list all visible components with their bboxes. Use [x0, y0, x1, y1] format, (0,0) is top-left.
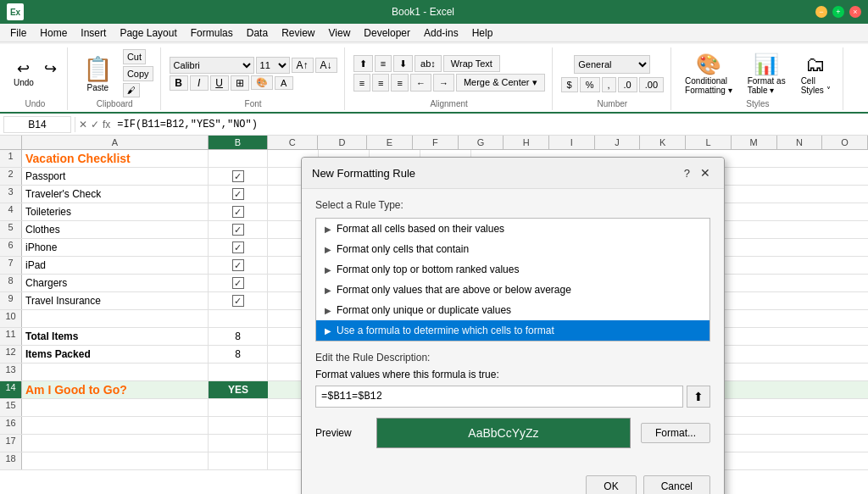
- formula-input[interactable]: [114, 117, 865, 132]
- cell-A13[interactable]: [22, 364, 209, 380]
- underline-button[interactable]: U: [210, 75, 229, 91]
- maximize-button[interactable]: +: [832, 6, 844, 18]
- indent-increase-button[interactable]: →: [433, 74, 454, 92]
- cell-styles-button[interactable]: 🗂 CellStyles ˅: [796, 51, 836, 97]
- row-header-12[interactable]: 12: [0, 346, 22, 363]
- rule-item-5[interactable]: ▶ Use a formula to determine which cells…: [316, 320, 709, 341]
- col-header-L[interactable]: L: [686, 136, 732, 149]
- redo-button[interactable]: ↪: [41, 58, 60, 89]
- menu-insert[interactable]: Insert: [74, 25, 113, 41]
- format-button[interactable]: Format...: [641, 423, 710, 443]
- cell-B18[interactable]: [209, 452, 268, 469]
- rule-item-1[interactable]: ▶ Format only cells that contain: [316, 239, 709, 259]
- cell-B1[interactable]: [209, 150, 268, 167]
- row-header-11[interactable]: 11: [0, 328, 22, 345]
- formula-confirm-icon[interactable]: ✓: [91, 119, 99, 130]
- row-header-1[interactable]: 1: [0, 150, 22, 167]
- col-header-O[interactable]: O: [822, 136, 868, 149]
- comma-button[interactable]: ,: [602, 77, 616, 92]
- cell-A6[interactable]: iPhone: [22, 239, 209, 256]
- cell-B16[interactable]: [209, 417, 268, 434]
- align-middle-button[interactable]: ≡: [375, 55, 392, 72]
- cell-B14[interactable]: YES: [209, 381, 268, 398]
- new-formatting-rule-dialog[interactable]: New Formatting Rule ? ✕ Select a Rule Ty…: [301, 157, 725, 494]
- formula-box-input[interactable]: [315, 386, 683, 408]
- cell-B4[interactable]: [209, 203, 268, 220]
- cell-B15[interactable]: [209, 399, 268, 416]
- cell-A16[interactable]: [22, 417, 209, 434]
- col-header-I[interactable]: I: [549, 136, 595, 149]
- menu-help[interactable]: Help: [465, 25, 500, 41]
- row-header-18[interactable]: 18: [0, 452, 22, 469]
- cell-A4[interactable]: Toileteries: [22, 203, 209, 220]
- cell-A12[interactable]: Items Packed: [22, 346, 209, 363]
- cell-B8[interactable]: [209, 275, 268, 291]
- cell-A8[interactable]: Chargers: [22, 275, 209, 291]
- cell-A11[interactable]: Total Items: [22, 328, 209, 345]
- col-header-E[interactable]: E: [367, 136, 413, 149]
- cell-A5[interactable]: Clothes: [22, 221, 209, 238]
- row-header-8[interactable]: 8: [0, 275, 22, 291]
- align-right-button[interactable]: ≡: [391, 74, 408, 92]
- format-as-table-button[interactable]: 📊 Format asTable ▾: [743, 51, 791, 97]
- cell-A17[interactable]: [22, 435, 209, 452]
- col-header-C[interactable]: C: [268, 136, 318, 149]
- cell-B6[interactable]: [209, 239, 268, 256]
- format-painter-button[interactable]: 🖌: [123, 83, 140, 97]
- cell-B7[interactable]: [209, 257, 268, 274]
- rule-item-2[interactable]: ▶ Format only top or bottom ranked value…: [316, 259, 709, 280]
- row-header-2[interactable]: 2: [0, 168, 22, 185]
- menu-developer[interactable]: Developer: [357, 25, 417, 41]
- cell-A18[interactable]: [22, 452, 209, 469]
- percent-button[interactable]: %: [580, 77, 600, 92]
- row-header-13[interactable]: 13: [0, 364, 22, 380]
- merge-center-button[interactable]: Merge & Center ▾: [456, 74, 545, 92]
- formula-cancel-icon[interactable]: ✕: [79, 119, 87, 130]
- undo-button[interactable]: ↩ Undo: [10, 58, 37, 89]
- row-header-4[interactable]: 4: [0, 203, 22, 220]
- col-header-G[interactable]: G: [459, 136, 504, 149]
- font-increase-button[interactable]: A↑: [292, 58, 314, 73]
- italic-button[interactable]: I: [190, 75, 209, 91]
- fill-color-button[interactable]: 🎨: [251, 75, 273, 90]
- cell-B5[interactable]: [209, 221, 268, 238]
- col-header-K[interactable]: K: [640, 136, 686, 149]
- rule-item-0[interactable]: ▶ Format all cells based on their values: [316, 219, 709, 239]
- cell-B11[interactable]: 8: [209, 328, 268, 345]
- cancel-button[interactable]: Cancel: [643, 475, 710, 494]
- row-header-9[interactable]: 9: [0, 292, 22, 309]
- row-header-16[interactable]: 16: [0, 417, 22, 434]
- row-header-15[interactable]: 15: [0, 399, 22, 416]
- cut-button[interactable]: Cut: [123, 49, 146, 64]
- cell-A10[interactable]: [22, 310, 209, 327]
- close-button[interactable]: ×: [849, 6, 861, 18]
- wrap-text-button[interactable]: Wrap Text: [443, 55, 500, 72]
- align-bottom-button[interactable]: ⬇: [393, 55, 413, 72]
- dialog-help-button[interactable]: ?: [684, 167, 690, 180]
- ok-button[interactable]: OK: [586, 475, 636, 494]
- indent-decrease-button[interactable]: ←: [410, 74, 431, 92]
- col-header-F[interactable]: F: [413, 136, 459, 149]
- menu-review[interactable]: Review: [275, 25, 321, 41]
- col-header-N[interactable]: N: [777, 136, 823, 149]
- col-header-B[interactable]: B: [209, 136, 268, 149]
- cell-A7[interactable]: iPad: [22, 257, 209, 274]
- row-header-3[interactable]: 3: [0, 186, 22, 203]
- text-direction-button[interactable]: ab↕: [415, 55, 442, 72]
- cell-B2[interactable]: [209, 168, 268, 185]
- cell-reference-box[interactable]: [3, 116, 71, 133]
- cell-B9[interactable]: [209, 292, 268, 309]
- row-header-6[interactable]: 6: [0, 239, 22, 256]
- col-header-J[interactable]: J: [595, 136, 641, 149]
- dialog-close-button[interactable]: ✕: [697, 164, 714, 181]
- font-name-select[interactable]: Calibri: [170, 57, 254, 74]
- row-header-5[interactable]: 5: [0, 221, 22, 238]
- menu-data[interactable]: Data: [240, 25, 275, 41]
- formula-ref-button[interactable]: ⬆: [687, 386, 710, 408]
- align-left-button[interactable]: ≡: [353, 74, 370, 92]
- cell-B17[interactable]: [209, 435, 268, 452]
- rule-item-3[interactable]: ▶ Format only values that are above or b…: [316, 280, 709, 300]
- menu-file[interactable]: File: [3, 25, 33, 41]
- font-color-button[interactable]: A: [275, 76, 293, 90]
- cell-A3[interactable]: Traveler's Check: [22, 186, 209, 203]
